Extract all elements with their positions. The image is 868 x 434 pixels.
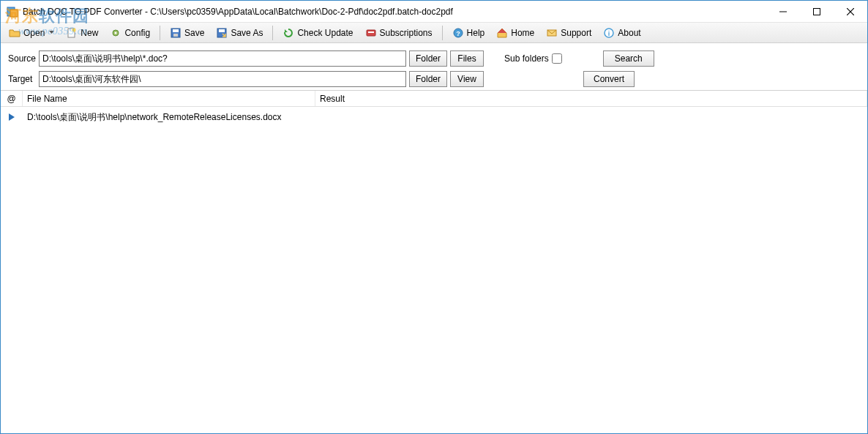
dropdown-caret-icon (49, 30, 54, 35)
support-button[interactable]: Support (541, 25, 596, 41)
toolbar-separator (272, 26, 273, 40)
convert-button[interactable]: Convert (583, 71, 635, 87)
svg-rect-14 (219, 29, 225, 32)
help-label: Help (467, 28, 485, 38)
svg-rect-11 (173, 29, 179, 32)
svg-rect-1 (10, 10, 18, 17)
about-label: About (618, 28, 640, 38)
window-title: Batch DOC TO PDF Converter - C:\Users\pc… (23, 7, 766, 17)
search-button[interactable]: Search (603, 50, 654, 67)
svg-rect-16 (368, 31, 374, 33)
toolbar: Open New Config Save Save As Check Updat… (1, 23, 867, 43)
svg-point-9 (115, 31, 117, 34)
subscriptions-button[interactable]: Subscriptions (360, 25, 438, 41)
home-button[interactable]: Home (491, 25, 539, 41)
info-icon: i (603, 27, 615, 39)
maximize-button[interactable] (800, 1, 834, 22)
cart-icon (365, 27, 377, 39)
list-header: @ File Name Result (1, 91, 867, 107)
col-header-result[interactable]: Result (315, 91, 867, 106)
svg-rect-3 (814, 8, 820, 15)
source-files-button[interactable]: Files (450, 50, 484, 67)
subfolders-label: Sub folders (504, 53, 549, 64)
refresh-icon (283, 27, 294, 39)
save-button[interactable]: Save (165, 25, 209, 41)
new-label: New (81, 28, 98, 38)
toolbar-separator (160, 26, 160, 40)
subfolders-checkbox[interactable] (552, 53, 562, 64)
col-header-at[interactable]: @ (1, 91, 23, 106)
save-label: Save (184, 28, 204, 38)
new-button[interactable]: New (61, 25, 103, 41)
list-row[interactable]: D:\tools\桌面\说明书\help\network_RemoteRelea… (1, 110, 867, 124)
about-button[interactable]: i About (598, 25, 646, 41)
row-play-icon (1, 113, 23, 121)
svg-rect-12 (173, 34, 178, 37)
window-controls (766, 1, 867, 22)
open-label: Open (23, 28, 45, 38)
home-icon (496, 27, 508, 39)
target-input[interactable] (39, 71, 406, 87)
svg-text:?: ? (456, 30, 460, 37)
minimize-button[interactable] (766, 1, 800, 22)
save-icon (170, 27, 182, 39)
col-header-filename[interactable]: File Name (23, 91, 315, 106)
target-view-button[interactable]: View (450, 71, 484, 87)
toolbar-separator (442, 26, 443, 40)
list-body: D:\tools\桌面\说明书\help\network_RemoteRelea… (1, 107, 867, 127)
support-label: Support (561, 28, 591, 38)
open-folder-icon (9, 27, 20, 39)
checkupdate-label: Check Update (297, 28, 353, 38)
checkupdate-button[interactable]: Check Update (277, 25, 358, 41)
app-icon (7, 6, 18, 18)
svg-point-7 (72, 28, 76, 31)
help-icon: ? (452, 27, 464, 39)
source-label: Source (8, 53, 36, 64)
open-button[interactable]: Open (4, 25, 59, 41)
target-label: Target (8, 74, 36, 84)
saveas-button[interactable]: Save As (211, 25, 268, 41)
new-file-icon (66, 27, 78, 39)
saveas-label: Save As (231, 28, 263, 38)
help-button[interactable]: ? Help (447, 25, 490, 41)
svg-text:i: i (608, 30, 610, 37)
target-folder-button[interactable]: Folder (409, 71, 447, 87)
saveas-icon (216, 27, 228, 39)
titlebar: Batch DOC TO PDF Converter - C:\Users\pc… (1, 1, 867, 23)
close-button[interactable] (834, 1, 867, 22)
filter-panel: Source Folder Files Sub folders Search T… (1, 43, 867, 91)
source-input[interactable] (39, 50, 406, 67)
config-button[interactable]: Config (105, 25, 155, 41)
source-folder-button[interactable]: Folder (409, 50, 447, 67)
row-filename: D:\tools\桌面\说明书\help\network_RemoteRelea… (23, 111, 315, 124)
subscriptions-label: Subscriptions (380, 28, 433, 38)
config-label: Config (124, 28, 150, 38)
home-label: Home (511, 28, 534, 38)
gear-icon (110, 27, 121, 39)
mail-icon (546, 27, 558, 39)
